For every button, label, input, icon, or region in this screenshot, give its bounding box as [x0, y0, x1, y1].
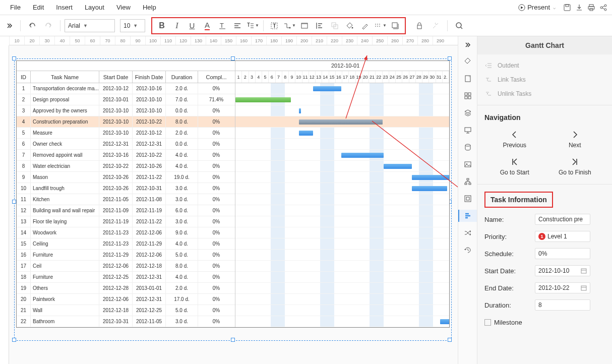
underline-button[interactable]: U	[185, 18, 200, 33]
tools-button[interactable]	[428, 18, 443, 33]
table-row[interactable]: 18Furniture2012-12-252012-12-314.0 d.0%	[17, 272, 235, 283]
table-row[interactable]: 19Others2012-12-282013-01-012.0 d.0%	[17, 283, 235, 294]
svg-rect-27	[468, 96, 471, 99]
canvas-area[interactable]: 1020304050607080901001101201301401501601…	[0, 36, 458, 364]
gantt-bar[interactable]	[341, 153, 384, 158]
print-icon[interactable]	[587, 3, 596, 12]
align-left-button[interactable]	[230, 18, 245, 33]
line-color-button[interactable]	[357, 18, 373, 33]
schedule-input[interactable]: 0%	[535, 248, 590, 259]
bold-button[interactable]: B	[154, 18, 169, 33]
gantt-bar[interactable]	[412, 175, 449, 180]
table-row[interactable]: 6Owner check2012-12-312012-12-310.0 d.0%	[17, 139, 235, 150]
gantt-bar[interactable]	[384, 164, 412, 169]
table-row[interactable]: 12Building wall and wall repair2012-11-0…	[17, 205, 235, 216]
undo-button[interactable]	[25, 18, 40, 33]
search-button[interactable]	[452, 18, 467, 33]
grid-icon[interactable]	[462, 90, 474, 102]
table-row[interactable]: 1Transportation decorate ma...2012-10-12…	[17, 83, 235, 94]
shadow-button[interactable]	[388, 18, 403, 33]
table-row[interactable]: 13Floor tile laying2012-11-192012-11-223…	[17, 216, 235, 227]
line-spacing-button[interactable]: T▼	[245, 18, 260, 33]
gantt-chart[interactable]: ID Task Name Start Date Finish Date Dura…	[16, 60, 450, 328]
table-row[interactable]: 14Woodwork2012-11-232012-12-069.0 d.0%	[17, 227, 235, 238]
start-date-input[interactable]: 2012-10-10	[535, 265, 590, 276]
align-objects-button[interactable]	[312, 18, 327, 33]
gantt-bar[interactable]	[299, 119, 383, 125]
page-icon[interactable]	[462, 73, 474, 85]
table-row[interactable]: 3Approved by the owners2012-10-102012-10…	[17, 105, 235, 116]
gantt-bar[interactable]	[299, 131, 313, 136]
duration-input[interactable]: 8	[535, 299, 590, 311]
milestone-checkbox[interactable]	[484, 319, 491, 326]
font-select[interactable]: Arial▼	[65, 19, 115, 32]
history-icon[interactable]	[462, 244, 474, 256]
table-row[interactable]: 22Bathroom2012-10-312012-11-053.0 d.0%	[17, 316, 235, 327]
font-color-button[interactable]: A	[200, 18, 215, 33]
redo-button[interactable]	[41, 18, 56, 33]
priority-input[interactable]: 1Level 1	[535, 231, 590, 242]
group-button[interactable]	[327, 18, 342, 33]
col-completion: Compl...	[198, 71, 234, 83]
line-style-button[interactable]: ▼	[373, 18, 388, 33]
table-row[interactable]: 17Ceil2012-12-062012-12-188.0 d.0%	[17, 261, 235, 272]
calendar-icon	[581, 268, 587, 274]
org-chart-icon[interactable]	[462, 175, 474, 188]
nav-next[interactable]: Next	[545, 126, 605, 153]
menu-layout[interactable]: Layout	[79, 2, 110, 13]
table-row[interactable]: 2Design proposal2012-10-012012-10-107.0 …	[17, 94, 235, 105]
menu-file[interactable]: File	[4, 2, 27, 13]
menu-edit[interactable]: Edit	[27, 2, 50, 13]
menu-insert[interactable]: Insert	[50, 2, 79, 13]
gantt-bar[interactable]	[412, 186, 447, 191]
text-tool-button[interactable]: T	[267, 18, 282, 33]
italic-button[interactable]: I	[169, 18, 185, 33]
fill-button[interactable]	[342, 18, 357, 33]
gantt-panel-icon[interactable]	[458, 210, 477, 222]
export-icon[interactable]	[575, 3, 584, 12]
table-row[interactable]: 10Landfill trough2012-10-262012-10-313.0…	[17, 183, 235, 194]
share-icon[interactable]	[599, 3, 608, 12]
table-row[interactable]: 21Wall2012-12-182012-12-255.0 d.0%	[17, 305, 235, 316]
table-row[interactable]: 16Furniture2012-11-292012-12-065.0 d.0%	[17, 250, 235, 261]
gantt-bar[interactable]	[440, 319, 449, 324]
lock-button[interactable]	[412, 18, 427, 33]
svg-rect-3	[589, 5, 593, 7]
table-row[interactable]: 7Removed appoint wall2012-10-162012-10-2…	[17, 150, 235, 161]
unlink-tasks-button[interactable]: Unlink Tasks	[484, 87, 605, 101]
theme-icon[interactable]	[462, 55, 474, 68]
name-input[interactable]: Construction pre	[535, 214, 590, 225]
shuffle-icon[interactable]	[462, 227, 474, 239]
gantt-bar[interactable]	[235, 97, 291, 102]
table-row[interactable]: 20Paintwork2012-12-062012-12-3117.0 d.0%	[17, 294, 235, 305]
text-highlight-button[interactable]: T	[215, 18, 230, 33]
nav-go-finish[interactable]: Go to Finish	[545, 153, 605, 180]
presentation-icon[interactable]	[462, 124, 474, 136]
table-row[interactable]: 4Construction preparation2012-10-102012-…	[17, 116, 235, 128]
menu-help[interactable]: Help	[137, 2, 162, 13]
table-row[interactable]: 5Measure2012-10-102012-10-122.0 d.0%	[17, 128, 235, 139]
table-row[interactable]: 15Ceiling2012-11-232012-11-294.0 d.0%	[17, 238, 235, 250]
table-row[interactable]: 11Kitchen2012-11-052012-11-083.0 d.0%	[17, 194, 235, 205]
end-date-input[interactable]: 2012-10-22	[535, 282, 590, 293]
font-size-select[interactable]: 10▼	[120, 19, 145, 32]
outdent-button[interactable]: Outdent	[484, 58, 605, 73]
nav-previous[interactable]: Previous	[484, 126, 545, 153]
collapse-panel-icon[interactable]	[462, 39, 474, 50]
table-row[interactable]: 9Mason2012-10-262012-11-2219.0 d.0%	[17, 172, 235, 183]
present-button[interactable]: Present ⌵	[514, 2, 560, 13]
gantt-bar[interactable]	[299, 108, 301, 113]
menu-view[interactable]: View	[110, 2, 137, 13]
table-row[interactable]: 8Water electrician2012-10-222012-10-264.…	[17, 161, 235, 172]
image-panel-icon[interactable]	[462, 158, 474, 170]
expand-toolbar-icon[interactable]	[3, 22, 16, 30]
nav-go-start[interactable]: Go to Start	[484, 153, 545, 180]
image-button[interactable]	[297, 18, 312, 33]
gantt-bar[interactable]	[313, 86, 341, 91]
save-icon[interactable]	[563, 3, 572, 12]
layers-icon[interactable]	[462, 107, 474, 119]
link-tasks-button[interactable]: Link Tasks	[484, 73, 605, 87]
frame-icon[interactable]	[462, 193, 474, 205]
database-icon[interactable]	[462, 141, 474, 153]
connector-button[interactable]: ▼	[282, 18, 297, 33]
